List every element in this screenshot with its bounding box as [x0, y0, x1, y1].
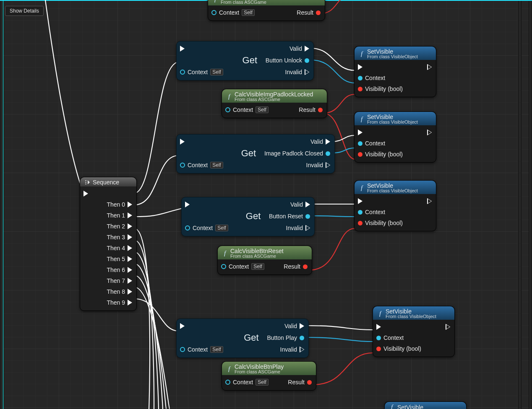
exec-in-pin[interactable]: [83, 191, 88, 197]
exec-in-pin[interactable]: [180, 139, 185, 145]
invalid-pin[interactable]: [305, 69, 309, 75]
function-icon: f: [226, 93, 232, 100]
result-pin[interactable]: [307, 380, 312, 385]
result-pin[interactable]: [318, 108, 323, 112]
exec-in-pin[interactable]: [180, 46, 185, 52]
get-node-button-play[interactable]: Valid Get Button Play Context Self Inval…: [176, 318, 309, 358]
exec-out-pin[interactable]: [427, 64, 432, 70]
function-icon: f: [222, 250, 228, 257]
then9-pin[interactable]: [128, 300, 132, 305]
valid-pin[interactable]: [305, 46, 309, 52]
then0-pin[interactable]: [128, 202, 132, 207]
context-pin[interactable]: [211, 10, 216, 15]
valid-pin[interactable]: [305, 202, 310, 207]
calc-node-padlock[interactable]: f CalcVisibleImgPadlockLockedFrom class …: [222, 89, 327, 118]
object-out-pin[interactable]: [305, 58, 309, 63]
result-pin[interactable]: [316, 10, 321, 15]
invalid-pin[interactable]: [300, 347, 304, 352]
function-icon: f: [212, 0, 218, 3]
exec-in-pin[interactable]: [185, 202, 190, 207]
result-pin[interactable]: [303, 264, 308, 269]
get-title: Get: [243, 55, 257, 66]
context-pin[interactable]: [180, 70, 185, 75]
function-icon: f: [359, 50, 365, 57]
invalid-pin[interactable]: [326, 162, 330, 168]
setvisible-node-5-partial[interactable]: f SetVisible: [384, 401, 467, 409]
then2-pin[interactable]: [128, 223, 132, 229]
calc-node-btnreset[interactable]: f CalcVisibleBtnResetFrom class ASCGame …: [217, 246, 312, 275]
then8-pin[interactable]: [128, 289, 132, 295]
show-details-button[interactable]: Show Details: [5, 6, 44, 16]
setvisible-node-1[interactable]: f SetVisibleFrom class VisibleObject Con…: [354, 46, 436, 97]
valid-pin[interactable]: [326, 139, 330, 145]
calc-node-top[interactable]: f .From class ASCGame Context Self Resul…: [208, 0, 325, 21]
sequence-title: Sequence: [93, 179, 119, 186]
object-out-pin[interactable]: [305, 214, 310, 219]
setvisible-node-3[interactable]: f SetVisibleFrom class VisibleObject Con…: [354, 180, 436, 231]
sequence-icon: [84, 179, 90, 185]
context-pin[interactable]: [225, 107, 230, 112]
get-node-button-unlock[interactable]: Valid Get Button Unlock Context Self Inv…: [176, 41, 314, 80]
exec-in-pin[interactable]: [180, 323, 185, 329]
sequence-node[interactable]: Sequence Then 0 Then 1 Then 2 Then 3 The…: [80, 177, 137, 311]
then6-pin[interactable]: [128, 267, 132, 273]
function-icon: f: [226, 365, 232, 373]
get-node-padlock-closed[interactable]: Valid Get Image Padlock Closed Context S…: [176, 134, 335, 173]
then7-pin[interactable]: [128, 278, 132, 284]
object-out-pin[interactable]: [326, 151, 330, 156]
setvisible-node-2[interactable]: f SetVisibleFrom class VisibleObject Con…: [354, 111, 436, 163]
calc-node-btnplay[interactable]: f CalcVisibleBtnPlayFrom class ASCGame C…: [222, 361, 316, 391]
then1-pin[interactable]: [128, 212, 132, 218]
then4-pin[interactable]: [128, 245, 132, 251]
setvisible-node-4[interactable]: f SetVisibleFrom class VisibleObject Con…: [373, 306, 455, 357]
exec-in-pin[interactable]: [358, 64, 362, 70]
object-out-pin[interactable]: [300, 336, 304, 340]
valid-pin[interactable]: [300, 323, 304, 329]
get-node-button-reset[interactable]: Valid Get Button Reset Context Self Inva…: [181, 197, 315, 236]
then5-pin[interactable]: [128, 256, 132, 262]
then3-pin[interactable]: [128, 234, 132, 240]
invalid-pin[interactable]: [305, 225, 310, 231]
